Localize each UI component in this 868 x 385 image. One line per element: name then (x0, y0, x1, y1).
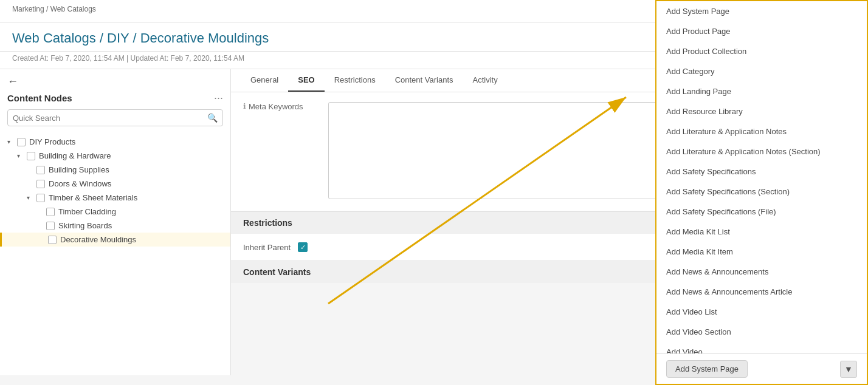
dropdown-item-add-video-section[interactable]: Add Video Section (656, 322, 867, 342)
sidebar-header: ← (0, 69, 230, 92)
tab-restrictions[interactable]: Restrictions (325, 69, 385, 92)
search-box: 🔍 (7, 109, 223, 126)
dropdown-item-add-literature---application-notes--section-[interactable]: Add Literature & Application Notes (Sect… (656, 141, 867, 162)
tree-item-skirting[interactable]: Skirting Boards (0, 219, 230, 233)
tab-general[interactable]: General (241, 69, 288, 92)
tree-checkbox[interactable] (36, 180, 45, 188)
tree-item-diy[interactable]: ▾DIY Products (0, 135, 230, 149)
dropdown-item-add-literature---application-notes[interactable]: Add Literature & Application Notes (656, 121, 867, 141)
tree-checkbox[interactable] (46, 208, 55, 216)
tree-checkbox[interactable] (46, 222, 55, 230)
sidebar-title-row: Content Nodes ··· (0, 92, 230, 109)
page-title: Web Catalogs / DIY / Decorative Moulding… (12, 30, 269, 46)
dropdown-list: Add System PageAdd Product PageAdd Produ… (656, 1, 867, 353)
tree-checkbox[interactable] (17, 138, 26, 146)
dropdown-item-add-resource-library[interactable]: Add Resource Library (656, 101, 867, 121)
tree-checkbox[interactable] (48, 236, 57, 244)
sidebar-title: Content Nodes (7, 93, 72, 103)
dropdown-footer: Add System Page ▼ (656, 353, 867, 375)
tree-checkbox[interactable] (36, 194, 45, 202)
tree: ▾DIY Products▾Building & HardwareBuildin… (0, 132, 230, 375)
tree-item-timber[interactable]: ▾Timber & Sheet Materials (0, 191, 230, 205)
tree-item-timber_cladding[interactable]: Timber Cladding (0, 205, 230, 219)
dropdown-item-add-news---announcements-article[interactable]: Add News & Announcements Article (656, 282, 867, 302)
dropdown-item-add-safety-specifications[interactable]: Add Safety Specifications (656, 162, 867, 182)
tree-item-label: Timber Cladding (58, 207, 223, 216)
tree-item-label: Building Supplies (49, 165, 223, 174)
tree-item-label: Decorative Mouldings (60, 235, 223, 244)
chevron-icon: ▾ (27, 194, 34, 201)
dropdown-item-add-video[interactable]: Add Video (656, 342, 867, 353)
dropdown-footer-button[interactable]: Add System Page (666, 360, 748, 375)
dropdown-footer-arrow[interactable]: ▼ (840, 361, 857, 376)
sidebar: ← Content Nodes ··· 🔍 ▾DIY Products▾Buil… (0, 69, 231, 375)
tree-item-label: Skirting Boards (58, 221, 223, 230)
back-button[interactable]: ← (7, 75, 18, 88)
inherit-label: Inherit Parent (243, 243, 291, 252)
tab-content-variants[interactable]: Content Variants (385, 69, 463, 92)
tree-checkbox[interactable] (36, 166, 45, 174)
chevron-icon: ▾ (7, 138, 15, 145)
tree-item-building_supplies[interactable]: Building Supplies (0, 163, 230, 177)
dropdown-item-add-category[interactable]: Add Category (656, 61, 867, 81)
search-icon: 🔍 (207, 113, 218, 123)
tree-item-doors[interactable]: Doors & Windows (0, 177, 230, 191)
tab-activity[interactable]: Activity (463, 69, 508, 92)
dropdown-menu: Add System PageAdd Product PageAdd Produ… (655, 0, 868, 375)
tree-item-label: Timber & Sheet Materials (49, 193, 223, 202)
tree-item-building[interactable]: ▾Building & Hardware (0, 149, 230, 163)
chevron-icon: ▾ (17, 152, 24, 159)
tree-item-label: DIY Products (29, 137, 223, 146)
dropdown-item-add-media-kit-item[interactable]: Add Media Kit Item (656, 242, 867, 262)
dropdown-item-add-video-list[interactable]: Add Video List (656, 302, 867, 322)
breadcrumb-marketing: Marketing (12, 5, 44, 13)
tab-seo[interactable]: SEO (288, 69, 324, 92)
dropdown-item-add-safety-specifications--file-[interactable]: Add Safety Specifications (File) (656, 202, 867, 222)
meta-keywords-label: ℹ Meta Keywords (243, 102, 328, 111)
search-input[interactable] (13, 114, 207, 123)
dropdown-item-add-system-page[interactable]: Add System Page (656, 1, 867, 21)
dropdown-item-add-safety-specifications--section-[interactable]: Add Safety Specifications (Section) (656, 182, 867, 202)
sidebar-menu-button[interactable]: ··· (214, 92, 223, 104)
dropdown-item-add-media-kit-list[interactable]: Add Media Kit List (656, 222, 867, 242)
dropdown-item-add-product-page[interactable]: Add Product Page (656, 21, 867, 41)
dropdown-item-add-product-collection[interactable]: Add Product Collection (656, 41, 867, 61)
dropdown-item-add-landing-page[interactable]: Add Landing Page (656, 81, 867, 101)
tree-item-label: Doors & Windows (49, 179, 223, 188)
breadcrumb-webcatalogs: Web Catalogs (50, 5, 96, 13)
info-icon: ℹ (243, 102, 246, 111)
inherit-checkbox[interactable]: ✓ (298, 242, 308, 252)
tree-checkbox[interactable] (27, 152, 35, 160)
tree-item-label: Building & Hardware (39, 151, 223, 160)
dropdown-item-add-news---announcements[interactable]: Add News & Announcements (656, 262, 867, 282)
tree-item-decorative[interactable]: Decorative Mouldings (0, 233, 230, 247)
